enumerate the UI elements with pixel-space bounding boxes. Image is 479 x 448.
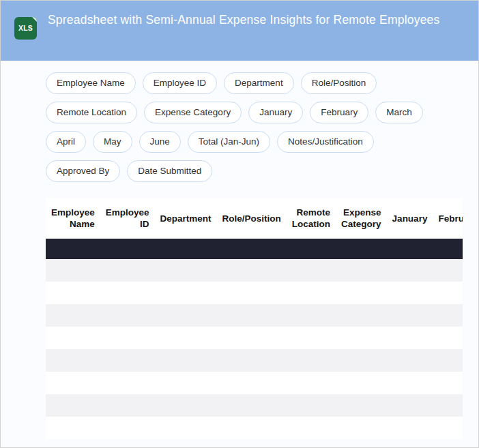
column-chip[interactable]: Date Submitted [127,160,212,182]
empty-cell [46,372,463,394]
column-chip[interactable]: Department [224,72,294,94]
column-chip[interactable]: Total (Jan-Jun) [188,131,270,153]
column-chip[interactable]: June [139,131,181,153]
column-chip[interactable]: Employee ID [143,72,217,94]
empty-cell [46,282,463,304]
column-header: Department [155,198,217,239]
table-row [46,259,463,282]
column-chip[interactable]: April [46,131,86,153]
table-row [46,417,463,439]
table-row [46,327,463,349]
table-row [46,394,463,417]
column-chips: Employee NameEmployee IDDepartmentRole/P… [1,61,478,191]
table-row [46,239,463,259]
column-header: January [387,198,433,239]
table-row [46,349,463,372]
empty-cell [46,304,463,327]
column-header: Remote Location [287,198,336,239]
column-chip[interactable]: Role/Position [301,72,377,94]
column-header: Expense Category [336,198,387,239]
table-header-row: Employee NameEmployee IDDepartmentRole/P… [46,198,463,239]
empty-cell [46,239,463,259]
column-chip[interactable]: February [310,102,368,123]
empty-cell [46,417,463,439]
expense-table: Employee NameEmployee IDDepartmentRole/P… [46,198,463,439]
column-chip[interactable]: Employee Name [46,72,136,94]
column-header: Employee Name [46,198,100,239]
empty-cell [46,394,463,417]
table-row [46,304,463,327]
xls-file-icon: XLS [14,17,37,40]
table-row [46,282,463,304]
table-body [46,239,463,439]
column-chip[interactable]: Approved By [46,160,120,182]
column-header: Role/Position [217,198,287,239]
column-header: Employee ID [100,198,155,239]
header: XLSSpreadsheet with Semi-Annual Expense … [1,1,478,61]
empty-cell [46,259,463,282]
column-chip[interactable]: Remote Location [46,102,137,123]
table-row [46,372,463,394]
page: XLSSpreadsheet with Semi-Annual Expense … [0,0,479,448]
spreadsheet-preview: Employee NameEmployee IDDepartmentRole/P… [46,198,463,439]
column-chip[interactable]: May [93,131,132,153]
column-chip[interactable]: Notes/Justification [277,131,374,153]
column-chip[interactable]: Expense Category [144,102,242,123]
empty-cell [46,327,463,349]
page-title-block: XLSSpreadsheet with Semi-Annual Expense … [10,10,466,40]
column-chip[interactable]: March [375,102,423,123]
page-title: Spreadsheet with Semi-Annual Expense Ins… [48,13,439,27]
column-header: February [433,198,463,239]
empty-cell [46,349,463,372]
column-chip[interactable]: January [248,102,303,123]
